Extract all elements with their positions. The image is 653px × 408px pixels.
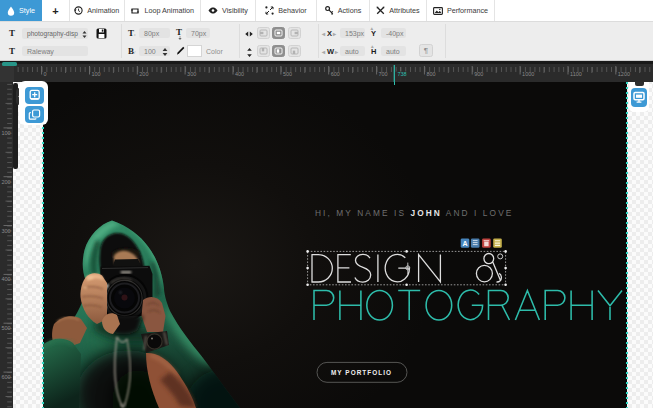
- svg-text:1000: 1000: [522, 71, 534, 77]
- svg-text:200: 200: [2, 179, 11, 185]
- svg-text:1200: 1200: [618, 71, 630, 77]
- svg-text:900: 900: [474, 71, 483, 77]
- svg-text:700: 700: [378, 71, 387, 77]
- svg-text:500: 500: [283, 71, 292, 77]
- svg-text:300: 300: [187, 71, 196, 77]
- svg-text:600: 600: [2, 374, 11, 380]
- svg-text:200: 200: [139, 71, 148, 77]
- svg-text:100: 100: [92, 71, 101, 77]
- svg-text:MY PORTFOLIO: MY PORTFOLIO: [331, 369, 392, 376]
- svg-text:400: 400: [235, 71, 244, 77]
- svg-text:500: 500: [2, 325, 11, 331]
- svg-text:600: 600: [331, 71, 340, 77]
- svg-text:A: A: [462, 240, 467, 247]
- svg-text:100: 100: [2, 130, 11, 136]
- svg-text:400: 400: [2, 276, 11, 282]
- svg-text:HI, MY NAME IS JOHN AND I LOVE: HI, MY NAME IS JOHN AND I LOVE: [315, 208, 513, 218]
- svg-text:738: 738: [398, 71, 407, 77]
- svg-text:800: 800: [426, 71, 435, 77]
- svg-text:1100: 1100: [570, 71, 582, 77]
- svg-text:0: 0: [44, 71, 47, 77]
- svg-text:300: 300: [2, 228, 11, 234]
